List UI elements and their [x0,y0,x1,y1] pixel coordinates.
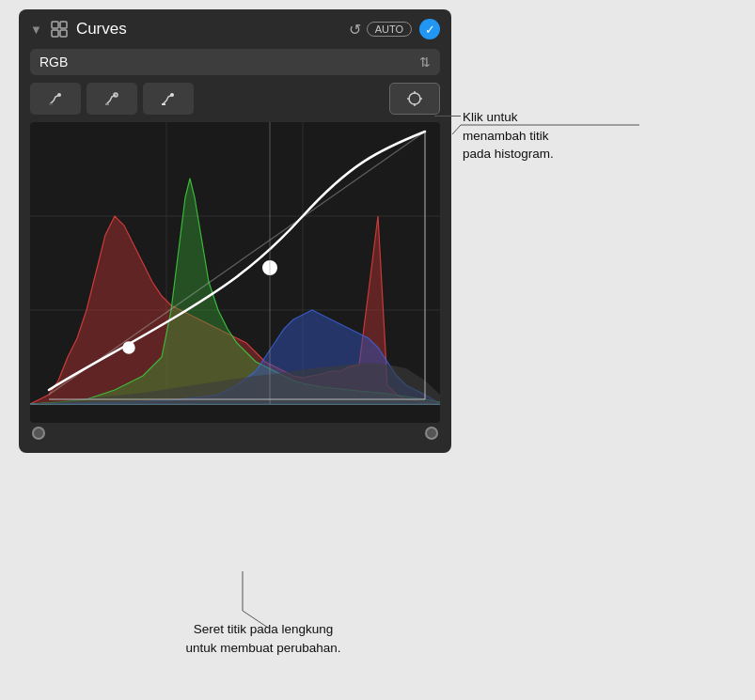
chevron-updown-icon: ⇅ [419,54,431,70]
eyedropper-toolbar [30,83,440,115]
white-point-handle[interactable] [425,427,438,440]
svg-rect-9 [162,103,165,105]
svg-rect-5 [49,103,53,105]
black-point-handle[interactable] [32,427,45,440]
histogram-area[interactable] [30,122,440,423]
curves-panel: ▼ Curves ↺ AUTO ✓ RGB ⇅ [19,9,451,453]
svg-rect-3 [60,30,67,37]
gray-point-eyedropper-button[interactable] [87,83,137,115]
white-point-eyedropper-button[interactable] [143,83,194,115]
panel-header: ▼ Curves ↺ AUTO ✓ [30,19,440,39]
channel-label: RGB [39,54,68,70]
callout-bottom-text: Seret titik pada lengkunguntuk membuat p… [185,622,340,655]
svg-rect-0 [52,22,58,28]
svg-line-25 [452,125,461,134]
svg-rect-1 [60,22,67,28]
undo-button[interactable]: ↺ [349,21,361,39]
svg-point-20 [123,342,134,353]
auto-button[interactable]: AUTO [367,22,412,37]
callout-right: Klik untukmenambah titikpada histogram. [463,108,651,163]
collapse-arrow-icon[interactable]: ▼ [30,23,42,37]
add-point-crosshair-button[interactable] [389,83,440,115]
callout-right-text: Klik untukmenambah titikpada histogram. [463,110,554,161]
svg-point-8 [170,93,174,97]
grid-icon [50,20,69,39]
black-point-eyedropper-button[interactable] [30,83,81,115]
svg-point-10 [409,93,420,104]
svg-point-4 [57,93,61,97]
enable-button[interactable]: ✓ [419,19,440,39]
channel-dropdown[interactable]: RGB ⇅ [30,49,440,75]
svg-rect-7 [105,103,109,105]
panel-title: Curves [76,20,349,39]
callout-bottom: Seret titik pada lengkunguntuk membuat p… [160,620,367,657]
svg-rect-2 [52,30,58,37]
handle-row [30,423,440,440]
